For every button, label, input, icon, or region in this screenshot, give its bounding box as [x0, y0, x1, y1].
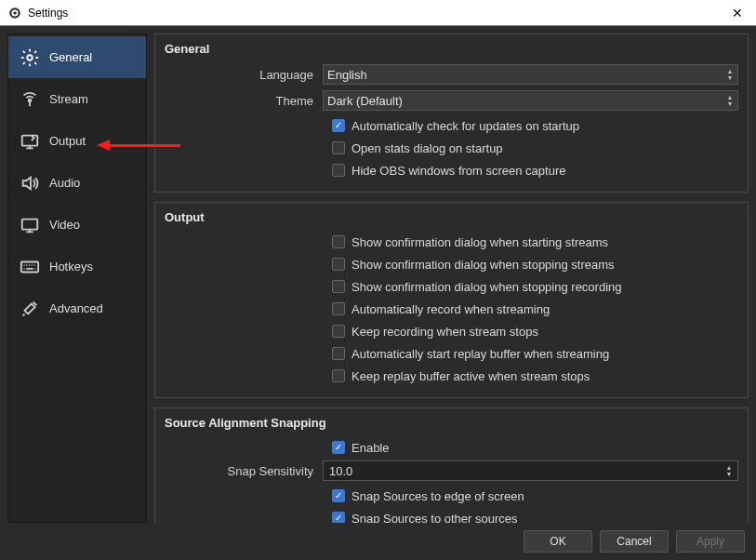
output-icon	[18, 131, 42, 152]
section-snapping: Source Alignment Snapping Enable Snap Se…	[154, 407, 749, 523]
snap-enable-label: Enable	[351, 441, 389, 455]
language-label: Language	[165, 68, 323, 82]
theme-select[interactable]: Dark (Default)	[323, 90, 738, 111]
snap-other-label: Snap Sources to other sources	[351, 512, 518, 524]
hide-obs-label: Hide OBS windows from screen capture	[351, 164, 565, 178]
antenna-icon	[18, 89, 42, 110]
svg-point-2	[13, 11, 17, 15]
snap-sensitivity-input[interactable]: 10.0 ▲▼	[323, 460, 738, 481]
svg-point-3	[27, 55, 33, 60]
sidebar-item-label: Hotkeys	[49, 260, 93, 273]
open-stats-label: Open stats dialog on startup	[351, 141, 503, 155]
footer: OK Cancel Apply	[0, 523, 756, 560]
keep-replay-label: Keep replay buffer active when stream st…	[351, 369, 590, 383]
sidebar-item-advanced[interactable]: Advanced	[8, 287, 146, 329]
snap-sensitivity-label: Snap Sensitivity	[165, 464, 323, 478]
tools-icon	[18, 299, 42, 319]
window-title: Settings	[28, 7, 726, 20]
spinner-icon[interactable]: ▲▼	[723, 462, 736, 479]
sidebar-item-hotkeys[interactable]: Hotkeys	[8, 246, 146, 287]
snap-edge-label: Snap Sources to edge of screen	[351, 489, 524, 503]
auto-replay-checkbox[interactable]	[332, 347, 345, 360]
close-icon[interactable]: ✕	[726, 6, 749, 20]
snap-edge-checkbox[interactable]	[332, 489, 345, 502]
titlebar: Settings ✕	[0, 0, 756, 26]
keep-recording-checkbox[interactable]	[332, 325, 345, 338]
check-updates-label: Automatically check for updates on start…	[351, 119, 579, 133]
auto-record-checkbox[interactable]	[332, 302, 345, 315]
confirm-start-label: Show confirmation dialog when starting s…	[351, 235, 608, 249]
section-general: General Language English ▲▼ Theme	[154, 33, 749, 193]
section-title: General	[165, 42, 738, 56]
sidebar-item-stream[interactable]: Stream	[8, 78, 146, 120]
sidebar-item-general[interactable]: General	[8, 36, 146, 78]
theme-label: Theme	[165, 94, 323, 108]
video-icon	[18, 215, 42, 235]
cancel-button[interactable]: Cancel	[600, 530, 669, 553]
keyboard-icon	[18, 257, 42, 277]
section-output: Output Show confirmation dialog when sta…	[154, 202, 749, 398]
section-title: Output	[165, 210, 738, 224]
confirm-stoprec-label: Show confirmation dialog when stopping r…	[351, 280, 622, 294]
sidebar-item-audio[interactable]: Audio	[8, 162, 146, 204]
sidebar-item-video[interactable]: Video	[8, 204, 146, 246]
content-area: General Language English ▲▼ Theme	[154, 33, 749, 523]
svg-rect-6	[22, 219, 38, 229]
confirm-stop-label: Show confirmation dialog when stopping s…	[351, 258, 615, 272]
auto-record-label: Automatically record when streaming	[351, 302, 550, 316]
svg-rect-7	[21, 261, 38, 272]
sidebar-item-label: Stream	[49, 92, 88, 106]
sidebar-item-output[interactable]: Output	[8, 120, 146, 162]
ok-button[interactable]: OK	[524, 530, 592, 553]
language-select[interactable]: English	[323, 64, 738, 85]
hide-obs-checkbox[interactable]	[332, 164, 345, 177]
sidebar-item-label: Audio	[49, 176, 80, 190]
open-stats-checkbox[interactable]	[332, 141, 345, 154]
confirm-start-checkbox[interactable]	[332, 235, 345, 248]
app-icon	[7, 6, 22, 20]
confirm-stop-checkbox[interactable]	[332, 258, 345, 271]
svg-rect-5	[22, 135, 38, 145]
keep-recording-label: Keep recording when stream stops	[351, 325, 538, 339]
keep-replay-checkbox[interactable]	[332, 369, 345, 382]
sidebar-item-label: Advanced	[49, 301, 103, 315]
section-title: Source Alignment Snapping	[165, 416, 738, 430]
auto-replay-label: Automatically start replay buffer when s…	[351, 347, 609, 361]
snap-other-checkbox[interactable]	[332, 512, 345, 523]
sidebar-item-label: Video	[49, 218, 80, 232]
speaker-icon	[18, 173, 42, 193]
snap-enable-checkbox[interactable]	[332, 441, 345, 454]
snap-sensitivity-value: 10.0	[329, 464, 352, 478]
apply-button[interactable]: Apply	[676, 530, 745, 553]
sidebar-item-label: Output	[49, 134, 86, 148]
gear-icon	[18, 47, 42, 68]
confirm-stoprec-checkbox[interactable]	[332, 280, 345, 293]
sidebar-item-label: General	[49, 50, 92, 64]
check-updates-checkbox[interactable]	[332, 119, 345, 132]
sidebar: General Stream Output Audio Video	[7, 33, 147, 523]
